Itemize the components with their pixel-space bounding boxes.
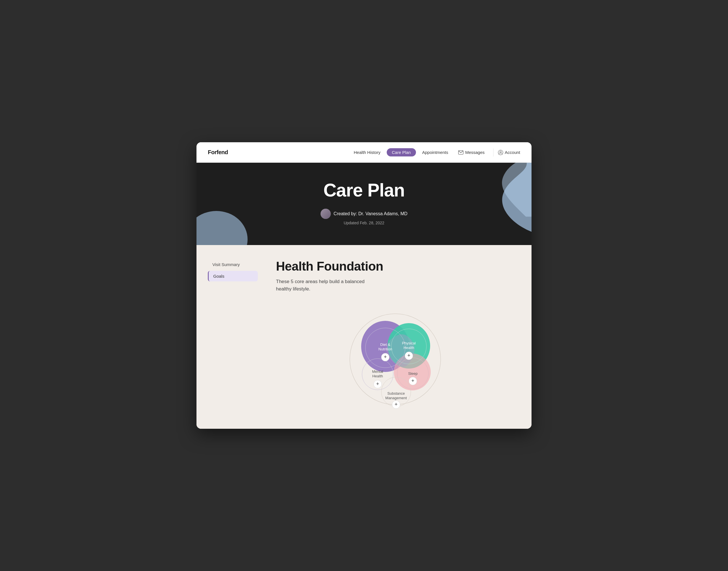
sidebar-item-goals[interactable]: Goals: [208, 271, 258, 281]
page-title: Care Plan: [197, 180, 531, 201]
svg-text:+: +: [384, 354, 387, 360]
svg-text:Management: Management: [385, 396, 407, 400]
avatar: [321, 209, 331, 219]
svg-text:Health: Health: [372, 374, 383, 378]
nav-messages[interactable]: Messages: [454, 148, 488, 156]
content-area: Health Foundation These 5 core areas hel…: [265, 245, 531, 429]
svg-text:Mental: Mental: [372, 369, 383, 374]
svg-text:+: +: [395, 402, 398, 407]
doctor-name: Created by: Dr. Vanessa Adams, MD: [334, 211, 407, 216]
diagram-svg: Diet & Nutrition + Physical Health + Men…: [344, 304, 446, 412]
nav-links: Health History Care Plan Appointments Me…: [350, 148, 520, 156]
sidebar-item-visit-summary[interactable]: Visit Summary: [208, 259, 258, 270]
svg-text:Substance: Substance: [387, 391, 404, 395]
svg-text:+: +: [407, 353, 410, 358]
svg-text:Sleep: Sleep: [408, 371, 417, 376]
svg-text:Diet &: Diet &: [380, 342, 390, 347]
account-icon: [498, 150, 503, 155]
hero-meta: Created by: Dr. Vanessa Adams, MD Update…: [197, 209, 531, 225]
hero-section: Care Plan Created by: Dr. Vanessa Adams,…: [197, 163, 531, 245]
section-description: These 5 core areas help build a balanced…: [276, 278, 367, 293]
hero-content: Care Plan Created by: Dr. Vanessa Adams,…: [197, 180, 531, 225]
svg-text:Physical: Physical: [402, 341, 416, 345]
svg-text:Nutrition: Nutrition: [378, 347, 392, 351]
brand-logo[interactable]: Forfend: [208, 149, 228, 155]
nav-health-history[interactable]: Health History: [350, 148, 384, 156]
avatar-image: [321, 209, 331, 219]
svg-point-2: [500, 151, 501, 153]
nav-account[interactable]: Account: [498, 150, 520, 155]
browser-window: Forfend Health History Care Plan Appoint…: [197, 142, 531, 429]
main-content: Visit Summary Goals Health Foundation Th…: [197, 245, 531, 429]
sidebar: Visit Summary Goals: [197, 245, 265, 429]
svg-text:+: +: [376, 381, 379, 387]
navigation: Forfend Health History Care Plan Appoint…: [197, 142, 531, 163]
envelope-icon: [458, 150, 463, 154]
nav-appointments[interactable]: Appointments: [418, 148, 452, 156]
doctor-info: Created by: Dr. Vanessa Adams, MD: [321, 209, 407, 219]
updated-date: Updated Feb. 28, 2022: [344, 221, 384, 225]
section-title: Health Foundation: [276, 259, 514, 273]
health-diagram: Diet & Nutrition + Physical Health + Men…: [344, 304, 446, 412]
svg-text:+: +: [411, 378, 414, 383]
nav-care-plan[interactable]: Care Plan: [387, 148, 416, 156]
svg-text:Health: Health: [403, 346, 414, 350]
